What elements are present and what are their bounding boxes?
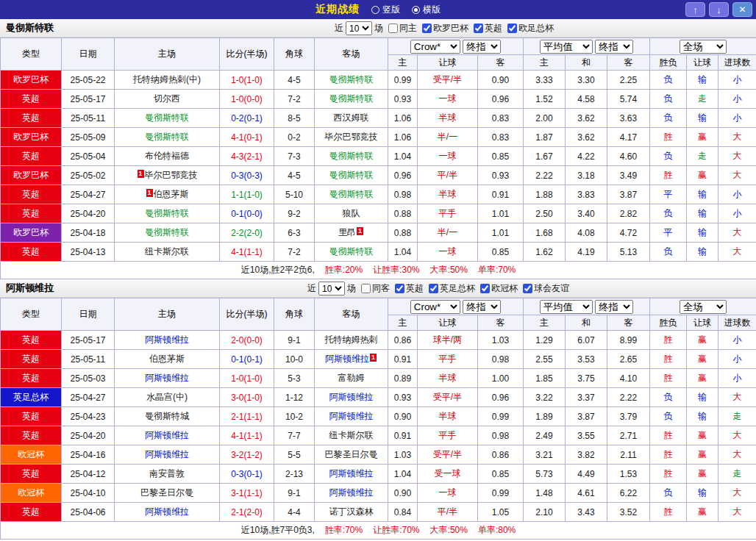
same-venue[interactable]: 同客	[361, 282, 390, 295]
away-team-cell: 里昂1	[315, 223, 388, 243]
league-filter[interactable]: 欧足总杯	[507, 22, 554, 35]
match-date: 25-05-02	[62, 166, 115, 185]
league-badge: 英超	[1, 243, 62, 262]
arrow-down-icon: ↓	[716, 5, 721, 15]
league-filter-checkbox[interactable]	[480, 284, 490, 293]
home-team-cell: 阿斯顿维拉	[115, 503, 220, 522]
league-filter-checkbox[interactable]	[422, 24, 432, 33]
away-team-cell: 狼队	[315, 204, 388, 223]
league-badge: 英超	[1, 350, 62, 369]
scope-select[interactable]: 全场	[680, 300, 727, 314]
avg-odds-select[interactable]: 平均值	[540, 300, 593, 314]
same-venue-checkbox[interactable]	[361, 284, 371, 293]
score-cell: 1-0(1-0)	[220, 71, 274, 90]
league-filter[interactable]: 英足总杯	[429, 282, 475, 295]
result-handicap: 赢	[687, 445, 718, 465]
odds-stage-select[interactable]: 终指	[463, 40, 501, 54]
sub-draw-avg: 和	[566, 55, 607, 71]
match-date: 25-05-11	[62, 350, 115, 369]
avg-draw-odds: 3.40	[566, 204, 607, 223]
corners-cell: 9-1	[274, 331, 315, 350]
league-filter-checkbox[interactable]	[429, 284, 438, 293]
handicap-away-odds: 1.01	[478, 223, 524, 243]
league-filter[interactable]: 球会友谊	[523, 282, 569, 295]
league-filter[interactable]: 英超	[395, 282, 424, 295]
team-name-text: 诺丁汉森林	[329, 506, 374, 517]
col-corners: 角球	[274, 298, 315, 331]
match-row: 英超25-04-20阿斯顿维拉4-1(1-1)7-7纽卡斯尔联0.91平手0.9…	[1, 426, 756, 445]
home-team-cell: 曼彻斯特联	[115, 109, 220, 128]
sub-handicap: 让球	[418, 55, 478, 71]
titlebar: 近期战绩 竖版 横版 ↑ ↓ ✕	[0, 0, 756, 19]
handicap-line: 平/半	[418, 166, 478, 185]
avg-home-odds: 2.49	[524, 426, 566, 445]
match-row: 欧罗巴杯25-04-18曼彻斯特联2-2(2-0)6-3里昂10.88半/一1.…	[1, 223, 756, 243]
avg-draw-odds: 3.75	[566, 369, 607, 388]
result-goals: 小	[718, 71, 756, 90]
away-team-cell: 曼彻斯特联	[315, 90, 388, 109]
summary-row: 近10场,胜7平0负3,胜率:70%让胜率:70%大率:50%单率:80%	[1, 522, 756, 540]
summary-stat: 胜率:20%	[325, 265, 363, 275]
recent-count-select[interactable]: 10	[346, 21, 372, 35]
league-filter[interactable]: 英超	[474, 22, 502, 35]
score-cell: 0-2(0-1)	[220, 109, 274, 128]
score-cell: 2-1(2-0)	[220, 503, 274, 522]
match-date: 25-04-20	[62, 204, 115, 223]
handicap-home-odds: 1.04	[388, 465, 418, 484]
league-filter-checkbox[interactable]	[474, 24, 483, 33]
avg-away-odds: 2.22	[607, 388, 650, 407]
match-date: 25-05-03	[62, 369, 115, 388]
close-button[interactable]: ✕	[732, 2, 752, 17]
bookmaker-select[interactable]: Crow*	[410, 300, 460, 314]
avg-draw-odds: 4.61	[566, 484, 607, 503]
handicap-line: 平/半	[418, 503, 478, 522]
same-venue-checkbox[interactable]	[388, 24, 398, 33]
league-filter[interactable]: 欧罗巴杯	[422, 22, 468, 35]
away-team-cell: 曼彻斯特联	[315, 71, 388, 90]
same-venue[interactable]: 同主	[388, 22, 417, 35]
league-filter-label: 欧足总杯	[518, 22, 554, 35]
team-name-text: 巴黎圣日尔曼	[140, 487, 193, 498]
corners-cell: 7-7	[274, 426, 315, 445]
col-type: 类型	[1, 298, 62, 331]
bookmaker-select[interactable]: Crow*	[410, 40, 460, 54]
league-filter-checkbox[interactable]	[507, 24, 517, 33]
handicap-home-odds: 0.93	[388, 388, 418, 407]
corners-cell: 4-5	[274, 166, 315, 185]
handicap-away-odds: 1.01	[478, 204, 524, 223]
team-name-text: 南安普敦	[149, 468, 185, 479]
odds-stage-select-2[interactable]: 终指	[595, 300, 633, 314]
result-handicap: 输	[687, 484, 718, 503]
recent-count-select[interactable]: 10	[318, 282, 345, 295]
league-filter[interactable]: 欧冠杯	[480, 282, 518, 295]
corners-cell: 6-3	[274, 223, 315, 243]
match-date: 25-04-06	[62, 503, 115, 522]
league-filter-checkbox[interactable]	[395, 284, 404, 293]
summary-stat: 胜率:70%	[325, 525, 363, 535]
handicap-line: 半/一	[418, 128, 478, 147]
radio-vertical-layout[interactable]: 竖版	[371, 4, 400, 16]
radio-horizontal-label: 横版	[423, 4, 441, 16]
result-handicap: 输	[687, 223, 718, 243]
league-filter-checkbox[interactable]	[523, 284, 532, 293]
avg-draw-odds: 3.82	[566, 445, 607, 465]
avg-away-odds: 3.63	[607, 109, 650, 128]
titlebar-center: 近期战绩 竖版 横版	[315, 3, 441, 16]
handicap-away-odds: 0.86	[478, 445, 524, 465]
corners-cell: 0-2	[274, 128, 315, 147]
league-filter-label: 欧罗巴杯	[433, 22, 468, 35]
scope-select[interactable]: 全场	[680, 40, 727, 54]
match-row: 英超25-05-11曼彻斯特联0-2(0-1)8-5西汉姆联1.06半球0.83…	[1, 109, 756, 128]
league-badge: 英超	[1, 185, 62, 204]
result-outcome: 负	[650, 484, 687, 503]
odds-stage-select[interactable]: 终指	[463, 300, 501, 314]
avg-home-odds: 2.55	[524, 350, 566, 369]
avg-odds-select[interactable]: 平均值	[540, 40, 593, 54]
result-handicap: 赢	[687, 128, 718, 147]
scope-group: 全场	[650, 38, 756, 55]
scroll-down-button[interactable]: ↓	[709, 2, 729, 17]
odds-stage-select-2[interactable]: 终指	[595, 40, 633, 54]
radio-horizontal-layout[interactable]: 横版	[412, 4, 441, 16]
team-name-text: 阿斯顿维拉	[329, 487, 374, 498]
scroll-up-button[interactable]: ↑	[685, 2, 705, 17]
